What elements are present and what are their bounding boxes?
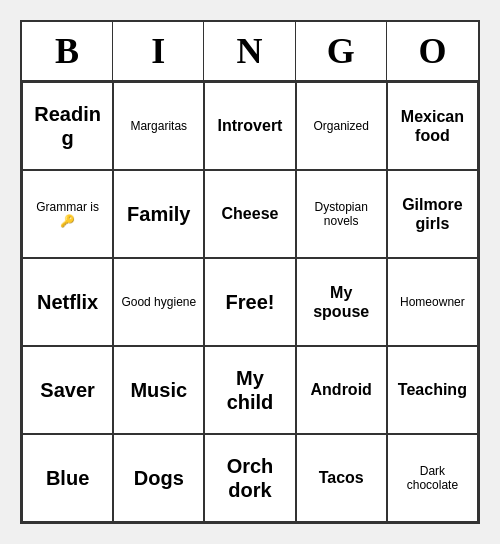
bingo-grid: ReadingMargaritasIntrovertOrganizedMexic… xyxy=(22,82,478,522)
bingo-cell-14: Homeowner xyxy=(387,258,478,346)
bingo-letter-o: O xyxy=(387,22,478,80)
bingo-letter-i: I xyxy=(113,22,204,80)
bingo-cell-10: Netflix xyxy=(22,258,113,346)
bingo-cell-23: Tacos xyxy=(296,434,387,522)
bingo-cell-17: Mychild xyxy=(204,346,295,434)
bingo-letter-b: B xyxy=(22,22,113,80)
bingo-cell-7: Cheese xyxy=(204,170,295,258)
bingo-cell-21: Dogs xyxy=(113,434,204,522)
bingo-cell-12: Free! xyxy=(204,258,295,346)
bingo-cell-13: My spouse xyxy=(296,258,387,346)
bingo-cell-6: Family xyxy=(113,170,204,258)
bingo-cell-20: Blue xyxy=(22,434,113,522)
bingo-cell-19: Teaching xyxy=(387,346,478,434)
bingo-cell-0: Reading xyxy=(22,82,113,170)
bingo-cell-22: Orchdork xyxy=(204,434,295,522)
bingo-cell-9: Gilmore girls xyxy=(387,170,478,258)
bingo-cell-8: Dystopian novels xyxy=(296,170,387,258)
bingo-cell-1: Margaritas xyxy=(113,82,204,170)
bingo-cell-2: Introvert xyxy=(204,82,295,170)
bingo-cell-16: Music xyxy=(113,346,204,434)
bingo-letter-g: G xyxy=(296,22,387,80)
bingo-cell-3: Organized xyxy=(296,82,387,170)
bingo-cell-15: Saver xyxy=(22,346,113,434)
bingo-cell-5: Grammar is 🔑 xyxy=(22,170,113,258)
bingo-letter-n: N xyxy=(204,22,295,80)
bingo-header: BINGO xyxy=(22,22,478,82)
bingo-card: BINGO ReadingMargaritasIntrovertOrganize… xyxy=(20,20,480,524)
bingo-cell-11: Good hygiene xyxy=(113,258,204,346)
bingo-cell-4: Mexican food xyxy=(387,82,478,170)
bingo-cell-18: Android xyxy=(296,346,387,434)
bingo-cell-24: Dark chocolate xyxy=(387,434,478,522)
